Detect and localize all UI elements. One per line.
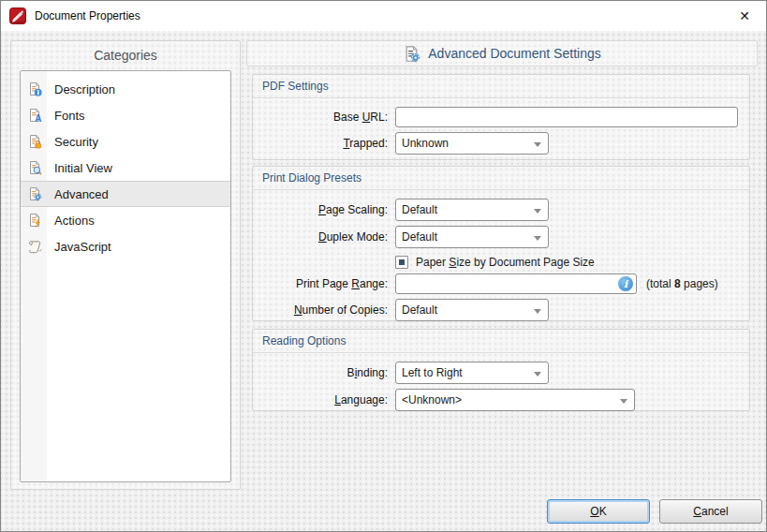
window-title: Document Properties (35, 9, 140, 22)
category-item[interactable]: A Fonts (21, 102, 230, 128)
base-url-label: Base URL: (253, 111, 388, 124)
print-page-range-label: Print Page Range: (253, 277, 388, 290)
category-item-label: Security (54, 135, 98, 149)
category-item[interactable]: Description (21, 76, 230, 102)
chevron-down-icon (534, 209, 541, 214)
categories-group: Categories Description (10, 40, 241, 490)
pdf-settings-title: PDF Settings (253, 75, 749, 98)
chevron-down-icon (534, 142, 541, 147)
duplex-mode-value: Default (402, 230, 437, 244)
category-item-label: Advanced (54, 187, 109, 201)
close-icon[interactable]: ✕ (729, 4, 760, 28)
app-logo-icon (9, 7, 26, 24)
trapped-value: Unknown (402, 137, 449, 150)
page-scaling-dropdown[interactable]: Default (395, 199, 549, 221)
category-item-label: Description (54, 82, 115, 96)
document-properties-dialog: Document Properties ✕ Categories Descrip… (0, 0, 767, 532)
categories-list: Description A Fonts (20, 70, 231, 482)
panel-header: Advanced Document Settings (246, 40, 758, 66)
category-item-label: Fonts (54, 109, 85, 123)
number-of-copies-label: Number of Copies: (253, 303, 388, 317)
chevron-down-icon (620, 399, 627, 404)
doc-lightning-icon (26, 212, 43, 229)
binding-dropdown[interactable]: Left to Right (395, 362, 549, 384)
category-item[interactable]: Advanced (21, 181, 230, 207)
number-of-copies-dropdown[interactable]: Default (395, 299, 549, 321)
category-item-label: Initial View (54, 161, 112, 175)
chevron-down-icon (534, 372, 541, 377)
category-item-label: JavaScript (54, 240, 111, 254)
doc-gear-icon (26, 185, 43, 202)
reading-options-section: Reading Options Binding: Left to Right L… (252, 329, 750, 411)
print-page-range-input[interactable] (395, 273, 637, 294)
scroll-icon (26, 238, 43, 255)
category-item[interactable]: Security (21, 128, 230, 155)
ok-button-label: OK (590, 505, 606, 518)
categories-header: Categories (11, 41, 240, 69)
doc-magnifier-icon (26, 159, 43, 176)
print-presets-title: Print Dialog Presets (253, 167, 749, 190)
binding-value: Left to Right (402, 366, 463, 379)
reading-options-title: Reading Options (253, 330, 749, 353)
category-item[interactable]: Actions (21, 207, 230, 233)
title-bar: Document Properties ✕ (1, 1, 766, 31)
doc-info-icon (26, 81, 43, 97)
cancel-button-label: Cancel (693, 505, 728, 518)
ok-button[interactable]: OK (547, 499, 650, 524)
info-icon[interactable]: i (618, 276, 633, 291)
category-item-label: Actions (54, 214, 95, 228)
number-of-copies-value: Default (402, 303, 437, 317)
duplex-mode-dropdown[interactable]: Default (395, 226, 549, 248)
category-item[interactable]: JavaScript (21, 233, 230, 259)
page-scaling-value: Default (402, 203, 437, 216)
language-value: <Unknown> (402, 393, 462, 406)
duplex-mode-label: Duplex Mode: (253, 230, 388, 244)
advanced-settings-icon (403, 45, 420, 63)
language-dropdown[interactable]: <Unknown> (395, 389, 635, 411)
panel-title: Advanced Document Settings (428, 46, 600, 61)
total-pages-note: (total 8 pages) (646, 277, 718, 290)
category-item[interactable]: Initial View (21, 155, 230, 181)
binding-label: Binding: (253, 366, 388, 379)
trapped-dropdown[interactable]: Unknown (395, 132, 549, 155)
paper-size-label: Paper Size by Document Page Size (416, 256, 595, 269)
chevron-down-icon (534, 236, 541, 241)
print-presets-section: Print Dialog Presets Page Scaling: Defau… (252, 166, 750, 321)
trapped-label: Trapped: (253, 137, 388, 150)
doc-font-icon: A (26, 107, 43, 124)
language-label: Language: (253, 393, 388, 406)
base-url-input[interactable] (395, 107, 738, 127)
pdf-settings-section: PDF Settings Base URL: Trapped: Unknown (252, 74, 750, 160)
chevron-down-icon (534, 309, 541, 314)
svg-text:A: A (35, 113, 41, 123)
cancel-button[interactable]: Cancel (659, 499, 762, 524)
doc-lock-icon (26, 133, 43, 150)
page-scaling-label: Page Scaling: (253, 203, 388, 216)
paper-size-checkbox[interactable] (395, 256, 408, 269)
